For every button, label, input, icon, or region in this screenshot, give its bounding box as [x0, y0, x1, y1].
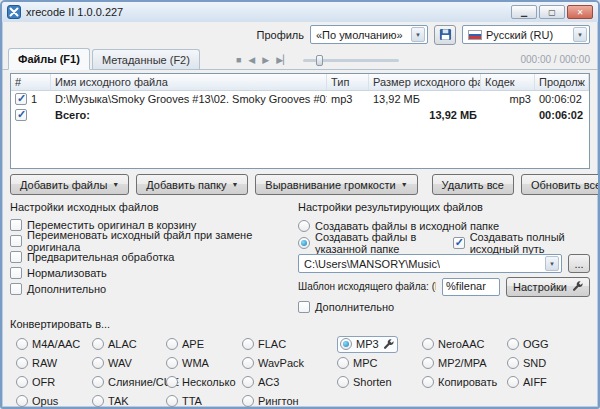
column-header-duration[interactable]: Продолж	[535, 74, 589, 90]
titlebar[interactable]: xrecode II 1.0.0.227 ▁ ▢ ✕	[2, 2, 598, 22]
radio[interactable]	[166, 338, 178, 350]
checkbox[interactable]	[298, 301, 310, 313]
option-normalize[interactable]: Нормализовать	[10, 265, 288, 280]
full-path-checkbox-row[interactable]: Создавать полный исходный путь	[453, 236, 590, 251]
format-wma[interactable]: WMA	[166, 355, 242, 371]
save-profile-button[interactable]	[434, 25, 456, 45]
checkbox[interactable]	[10, 267, 22, 279]
checkbox[interactable]	[10, 283, 22, 295]
wrench-icon[interactable]	[383, 339, 394, 350]
table-row[interactable]: 1 D:\Музыка\Smoky Grooves #13\02. Smoky …	[11, 91, 589, 107]
radio[interactable]	[242, 395, 254, 407]
total-checkbox[interactable]	[15, 109, 27, 121]
checkbox[interactable]	[453, 237, 465, 249]
chevron-down-icon[interactable]: ▼	[545, 256, 559, 271]
tab-files[interactable]: Файлы (F1)	[8, 48, 90, 70]
format-ringtone[interactable]: Рингтон	[242, 393, 337, 409]
format-tta[interactable]: TTA	[166, 393, 242, 409]
format-ofr[interactable]: OFR	[16, 374, 92, 390]
radio[interactable]	[166, 376, 178, 388]
remove-all-button[interactable]: Удалить все	[432, 174, 514, 195]
radio[interactable]	[507, 338, 519, 350]
radio[interactable]	[92, 357, 104, 369]
radio[interactable]	[16, 395, 28, 407]
template-settings-button[interactable]: Настройки	[506, 277, 590, 297]
option-advanced-output[interactable]: Дополнительно	[298, 299, 590, 314]
checkbox[interactable]	[10, 251, 22, 263]
format-copy[interactable]: Копировать	[422, 374, 507, 390]
add-files-button[interactable]: Добавить файлы ▼	[10, 174, 129, 195]
radio[interactable]	[298, 237, 310, 249]
radio[interactable]	[337, 376, 349, 388]
format-alac[interactable]: ALAC	[92, 336, 166, 352]
chevron-down-icon[interactable]: ▼	[411, 27, 425, 42]
next-icon[interactable]: ▶▏	[276, 56, 290, 65]
radio[interactable]	[242, 357, 254, 369]
language-select[interactable]: Русский (RU) ▼	[462, 25, 590, 44]
close-button[interactable]: ✕	[567, 5, 593, 19]
option-rename-original[interactable]: Переименовать исходный файл при замене о…	[10, 233, 288, 248]
format-mp3[interactable]: MP3	[337, 336, 422, 352]
column-header-type[interactable]: Тип	[327, 74, 369, 90]
radio[interactable]	[16, 338, 28, 350]
column-header-num[interactable]: #	[11, 74, 51, 90]
format-aiff[interactable]: AIFF	[507, 374, 590, 390]
format-merge-cue[interactable]: Слияние/CUE	[92, 374, 166, 390]
format-flac[interactable]: FLAC	[242, 336, 337, 352]
radio[interactable]	[242, 376, 254, 388]
radio[interactable]	[166, 395, 178, 407]
checkbox[interactable]	[10, 219, 22, 231]
tab-metadata[interactable]: Метаданные (F2)	[92, 49, 200, 69]
table-total-row[interactable]: Всего: 13,92 МБ 00:06:02	[11, 107, 589, 123]
minimize-button[interactable]: ▁	[511, 5, 537, 19]
format-raw[interactable]: RAW	[16, 355, 92, 371]
radio[interactable]	[337, 357, 349, 369]
browse-button[interactable]: ...	[568, 254, 590, 273]
column-header-codec[interactable]: Кодек	[481, 74, 535, 90]
refresh-all-button[interactable]: Обновить все	[521, 174, 600, 195]
radio-custom-folder[interactable]: Создавать файлы в указанной папке	[298, 236, 447, 251]
radio[interactable]	[422, 357, 434, 369]
add-folder-button[interactable]: Добавить папку ▼	[136, 174, 248, 195]
format-tak[interactable]: TAK	[92, 393, 166, 409]
radio[interactable]	[16, 376, 28, 388]
output-path-select[interactable]: C:\Users\MANSORY\Music\ ▼	[298, 254, 562, 273]
format-multiple[interactable]: Несколько	[166, 374, 242, 390]
radio[interactable]	[92, 376, 104, 388]
format-opus[interactable]: Opus	[16, 393, 92, 409]
column-header-size[interactable]: Размер исходного файла	[369, 74, 481, 90]
checkbox[interactable]	[10, 235, 22, 247]
format-wav[interactable]: WAV	[92, 355, 166, 371]
radio[interactable]	[166, 357, 178, 369]
seek-slider[interactable]	[303, 59, 399, 62]
maximize-button[interactable]: ▢	[539, 5, 565, 19]
column-header-name[interactable]: Имя исходного файла	[51, 74, 327, 90]
selected-format-box[interactable]: MP3	[337, 336, 398, 353]
option-preprocessing[interactable]: Предварительная обработка	[10, 249, 288, 264]
format-mpc[interactable]: MPC	[337, 355, 422, 371]
profile-select[interactable]: «По умолчанию» ▼	[310, 25, 428, 44]
format-shorten[interactable]: Shorten	[337, 374, 422, 390]
radio[interactable]	[340, 338, 352, 350]
radio[interactable]	[507, 376, 519, 388]
format-ogg[interactable]: OGG	[507, 336, 590, 352]
radio[interactable]	[242, 338, 254, 350]
previous-icon[interactable]: ◀	[248, 56, 255, 65]
format-neroaac[interactable]: NeroAAC	[422, 336, 507, 352]
template-input[interactable]: %filenar	[442, 278, 500, 296]
radio[interactable]	[422, 338, 434, 350]
radio[interactable]	[92, 395, 104, 407]
radio[interactable]	[422, 376, 434, 388]
row-checkbox[interactable]	[15, 93, 27, 105]
slider-thumb[interactable]	[316, 55, 323, 66]
volume-align-button[interactable]: Выравнивание громкости ▼	[255, 174, 417, 195]
format-mp2-mpa[interactable]: MP2/MPA	[422, 355, 507, 371]
stop-icon[interactable]: ■	[236, 56, 241, 65]
chevron-down-icon[interactable]: ▼	[573, 27, 587, 42]
radio[interactable]	[92, 338, 104, 350]
format-snd[interactable]: SND	[507, 355, 590, 371]
format-wavpack[interactable]: WavPack	[242, 355, 337, 371]
option-advanced-source[interactable]: Дополнительно	[10, 281, 288, 296]
radio[interactable]	[507, 357, 519, 369]
format-ape[interactable]: APE	[166, 336, 242, 352]
